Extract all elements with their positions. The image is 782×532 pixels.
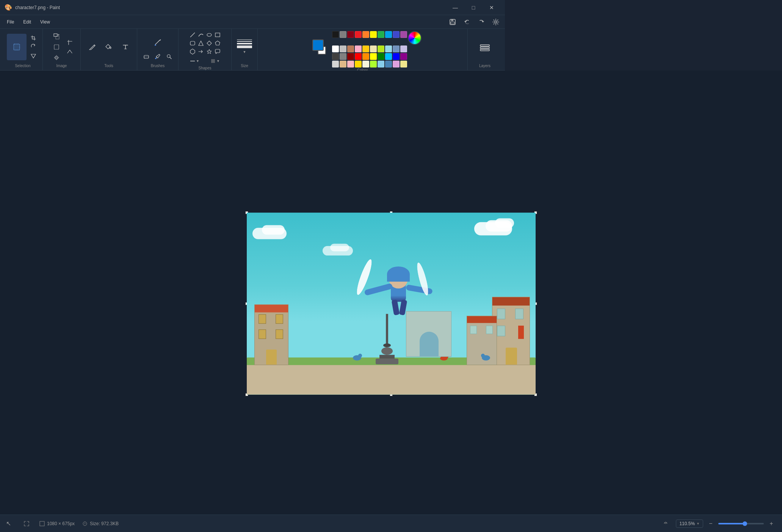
text-button[interactable] [118,39,133,55]
color-swatch[interactable] [378,53,384,60]
arrow-shape[interactable] [197,48,205,55]
palette-row-4 [332,61,415,67]
minimize-button[interactable]: — [447,2,464,14]
svg-rect-25 [480,45,489,46]
color-swatch[interactable] [332,61,339,67]
callout-shape[interactable] [214,48,221,55]
image-properties-button[interactable] [66,38,74,47]
star-shape[interactable] [205,48,213,55]
menu-edit[interactable]: Edit [19,18,35,26]
rounded-rect-shape[interactable] [189,39,196,47]
color-swatch[interactable] [362,61,369,67]
rotate-button[interactable] [28,43,39,51]
menu-bar: File Edit View [0,15,505,29]
color-swatch[interactable] [355,46,362,52]
selection-label: Selection [15,63,30,68]
svg-point-15 [207,33,212,36]
title-bar-controls: — □ ✕ [447,2,500,14]
color-swatch[interactable] [332,53,339,60]
color-swatch[interactable] [400,31,407,38]
smart-fill-button[interactable] [50,53,63,63]
color-picker-button[interactable] [408,31,422,45]
color-swatch[interactable] [378,61,384,67]
color-swatch[interactable] [370,61,377,67]
diamond-shape[interactable] [205,39,213,47]
settings-button[interactable] [490,17,502,27]
fill-button[interactable] [101,39,116,55]
color-swatch[interactable] [370,46,377,52]
size-dropdown[interactable]: ▼ [241,49,248,55]
close-button[interactable]: ✕ [483,2,500,14]
select-all-button[interactable] [50,42,63,52]
curve-shape[interactable] [197,31,205,39]
color-swatch[interactable] [362,31,369,38]
color-swatch[interactable] [347,53,354,60]
layers-button[interactable] [472,32,498,62]
menu-file[interactable]: File [3,18,18,26]
crop-button[interactable] [28,34,39,42]
magnify-button[interactable] [164,52,174,61]
color-swatch[interactable] [370,53,377,60]
color-swatch[interactable] [340,61,346,67]
color-swatch[interactable] [385,31,392,38]
rect-shape[interactable] [214,31,221,39]
brush-main-button[interactable] [149,33,167,52]
size-1px[interactable] [237,39,252,40]
image-tools [50,31,74,63]
redo-button[interactable] [475,17,487,27]
color-picker-tool-button[interactable] [152,52,163,61]
color-swatch[interactable] [378,31,384,38]
size-2px[interactable] [237,41,252,42]
color-swatch[interactable] [347,31,354,38]
fill-selector[interactable]: ▼ [206,57,225,65]
flip-button[interactable] [28,52,39,60]
color-swatch[interactable] [400,46,407,52]
color-swatch[interactable] [385,61,392,67]
size-7px[interactable] [237,46,252,48]
color-swatch[interactable] [340,46,346,52]
oval-shape[interactable] [205,31,213,39]
triangle-shape[interactable] [197,39,205,47]
colors-content [311,31,415,67]
color-swatch[interactable] [378,46,384,52]
color-swatch[interactable] [355,61,362,67]
maximize-button[interactable]: □ [465,2,482,14]
color-swatch[interactable] [332,31,339,38]
color-swatch[interactable] [393,53,400,60]
color-swatch[interactable] [385,53,392,60]
color-swatch[interactable] [347,46,354,52]
color-swatch[interactable] [393,46,400,52]
undo-button[interactable] [461,17,473,27]
color-swatch[interactable] [400,61,407,67]
foreground-color-swatch[interactable] [312,39,324,51]
svg-rect-23 [215,49,220,53]
color-swatch[interactable] [355,53,362,60]
color-swatch[interactable] [332,46,339,52]
resize-button[interactable] [50,31,63,41]
line-shape[interactable] [189,31,196,39]
color-swatch[interactable] [393,61,400,67]
pencil-button[interactable] [85,39,100,55]
hexagon-shape[interactable] [189,48,196,55]
svg-rect-6 [54,34,57,36]
color-swatch[interactable] [370,31,377,38]
color-swatch[interactable] [340,53,346,60]
menu-view[interactable]: View [36,18,54,26]
color-swatch[interactable] [385,46,392,52]
size-4px[interactable] [237,43,252,44]
erase-button[interactable] [66,47,74,56]
color-swatch[interactable] [347,61,354,67]
color-swatch[interactable] [355,31,362,38]
color-swatch[interactable] [340,31,346,38]
color-swatch[interactable] [393,31,400,38]
color-swatch[interactable] [400,53,407,60]
erase-tool-button[interactable] [141,52,152,61]
outline-selector[interactable]: ▼ [185,57,204,65]
ribbon-group-tools: Tools [81,29,137,70]
app-icon: 🎨 [5,4,12,11]
save-button[interactable] [447,17,459,27]
selection-tool-button[interactable] [7,34,27,60]
color-swatch[interactable] [362,53,369,60]
color-swatch[interactable] [362,46,369,52]
pentagon-shape[interactable] [214,39,221,47]
